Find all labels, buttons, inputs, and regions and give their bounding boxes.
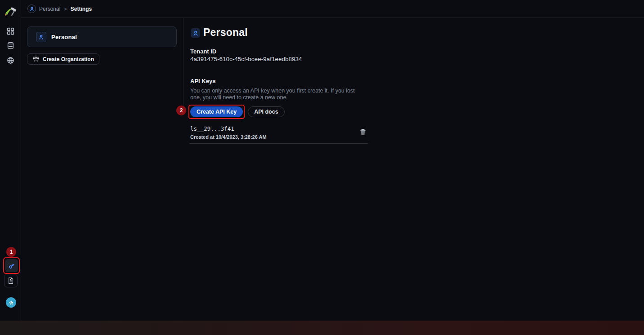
- langsmith-app-window: 1: [0, 0, 644, 321]
- hub-globe-icon[interactable]: [0, 57, 21, 64]
- page-title: Personal: [203, 26, 248, 39]
- tenant-id-value: 4a391475-610c-45cf-bcee-9af1eedb8934: [190, 56, 302, 62]
- api-key-created-text: Created at 10/4/2023, 3:28:26 AM: [190, 134, 267, 140]
- breadcrumb-org[interactable]: Personal: [39, 6, 60, 12]
- annotation-step-2-badge: 2: [176, 106, 186, 115]
- people-group-icon: [32, 56, 40, 62]
- file-text-icon: [7, 277, 14, 284]
- breadcrumb-page[interactable]: Settings: [71, 6, 92, 12]
- annotation-step-1-number: 1: [10, 249, 13, 255]
- api-keys-label: API Keys: [190, 78, 215, 84]
- api-key-masked-value: ls__29...3f41: [190, 125, 234, 132]
- annotation-box-api-keys: [3, 257, 20, 274]
- breadcrumb-org-avatar[interactable]: [27, 4, 36, 13]
- user-avatar[interactable]: [6, 297, 16, 308]
- annotation-step-1-badge: 1: [6, 247, 16, 257]
- api-keys-description: You can only access an API key when you …: [190, 88, 367, 101]
- api-key-row-divider: [189, 143, 368, 144]
- api-docs-button[interactable]: API docs: [248, 106, 285, 117]
- langsmith-logo-icon[interactable]: [4, 7, 18, 18]
- key-icon: [6, 260, 17, 271]
- panel-divider: [183, 18, 183, 108]
- sidebar: 1: [0, 0, 21, 321]
- topbar: Personal > Settings: [21, 0, 644, 18]
- breadcrumb-separator: >: [64, 6, 67, 12]
- org-card-label: Personal: [51, 34, 77, 40]
- tenant-id-label: Tenant ID: [190, 48, 216, 55]
- apps-grid-icon[interactable]: [0, 27, 21, 35]
- api-key-actions-row: Create API Key API docs: [188, 105, 285, 119]
- person-icon: [191, 28, 200, 38]
- create-api-key-button[interactable]: Create API Key: [190, 106, 243, 117]
- annotation-box-create-api-key: Create API Key: [188, 105, 245, 119]
- create-organization-label: Create Organization: [43, 56, 94, 62]
- delete-api-key-button[interactable]: [359, 128, 367, 136]
- datasets-icon[interactable]: [0, 42, 21, 49]
- docs-nav-button[interactable]: [4, 274, 18, 287]
- annotation-step-2-number: 2: [180, 107, 183, 114]
- person-icon: [36, 32, 46, 42]
- windows-taskbar: Search O T✓: [0, 321, 644, 335]
- personal-org-card[interactable]: Personal: [27, 26, 177, 47]
- create-organization-button[interactable]: Create Organization: [27, 53, 99, 65]
- api-key-nav-button[interactable]: [5, 259, 18, 272]
